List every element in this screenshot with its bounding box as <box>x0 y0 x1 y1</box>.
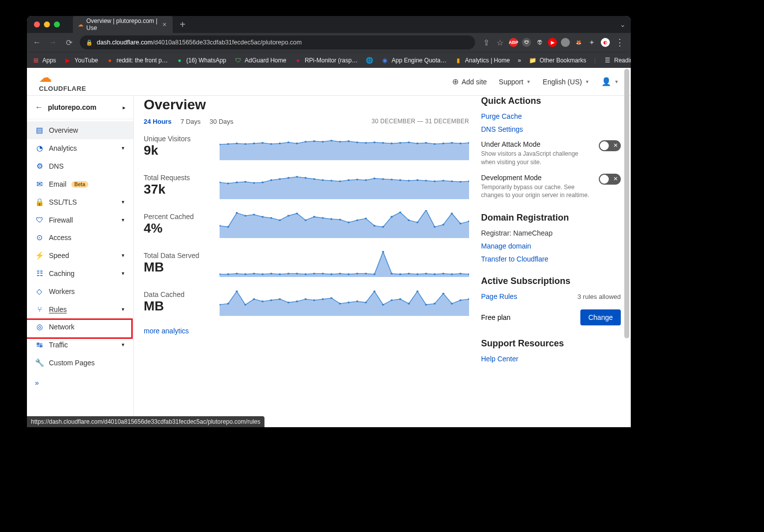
svg-point-24 <box>425 142 427 144</box>
svg-point-72 <box>322 217 324 219</box>
sidebar-item-dns[interactable]: ⚙DNS <box>27 157 133 175</box>
metric-label: Percent Cached <box>144 213 214 221</box>
under-attack-toggle-row: Under Attack Mode Show visitors a JavaSc… <box>481 140 621 167</box>
svg-point-131 <box>313 299 315 301</box>
svg-point-57 <box>451 180 453 182</box>
sidebar-item-email[interactable]: ✉EmailBeta <box>27 175 133 193</box>
sidebar-item-rules[interactable]: ⑂Rules▼ <box>27 300 133 318</box>
svg-point-69 <box>296 213 298 215</box>
sidebar-item-workers[interactable]: ◇Workers <box>27 282 133 300</box>
share-icon[interactable]: ⇪ <box>481 38 491 47</box>
sidebar-collapse-button[interactable]: » <box>27 374 133 392</box>
svg-point-100 <box>304 273 306 275</box>
svg-point-109 <box>382 251 384 253</box>
metamask-extension-icon[interactable]: 🦊 <box>574 38 583 47</box>
close-tab-icon[interactable]: ✕ <box>161 21 168 28</box>
svg-point-82 <box>408 219 410 221</box>
metric-value: 9k <box>144 143 214 158</box>
sidebar-item-ssl-tls[interactable]: 🔒SSL/TLS▼ <box>27 193 133 211</box>
sidebar-item-caching[interactable]: ☷Caching▼ <box>27 265 133 282</box>
sidebar-item-overview[interactable]: ▤Overview <box>27 121 133 139</box>
arrow-left-icon[interactable]: ← <box>35 103 43 112</box>
support-dropdown[interactable]: Support ▼ <box>499 78 531 86</box>
bookmark-apps[interactable]: ⊞Apps <box>32 56 56 64</box>
sidebar-item-traffic[interactable]: ↹Traffic▼ <box>27 336 133 354</box>
window-zoom-button[interactable] <box>54 21 60 27</box>
page-rules-link[interactable]: Page Rules <box>481 292 517 300</box>
extension-icon-1[interactable] <box>561 38 570 47</box>
quick-actions-section: Quick Actions Purge Cache DNS Settings U… <box>481 96 621 200</box>
change-plan-button[interactable]: Change <box>580 309 621 325</box>
svg-point-143 <box>416 290 418 292</box>
speed-icon: ⚡ <box>35 251 44 260</box>
tab-30-days[interactable]: 30 Days <box>210 118 234 125</box>
youtube-extension-icon[interactable]: ▶ <box>548 38 557 47</box>
profile-avatar-icon[interactable]: ◐ <box>601 38 610 47</box>
bookmarks-overflow[interactable]: » <box>518 57 521 64</box>
metric-chart <box>220 288 469 316</box>
bookmark-blank[interactable]: 🌐 <box>366 56 373 64</box>
svg-point-103 <box>330 273 332 275</box>
reload-button[interactable]: ⟳ <box>64 38 74 47</box>
svg-point-123 <box>245 304 247 306</box>
sidebar-item-firewall[interactable]: 🛡Firewall▼ <box>27 211 133 229</box>
bookmark-adguard[interactable]: 🛡AdGuard Home <box>234 56 286 64</box>
browser-tab[interactable]: ☁ Overview | plutorepo.com | Use ✕ <box>73 16 173 34</box>
bookmark-whatsapp[interactable]: ●(16) WhatsApp <box>176 56 226 64</box>
caret-down-icon: ▼ <box>121 253 125 258</box>
browser-menu-icon[interactable]: ⋮ <box>614 37 626 48</box>
bookmark-analytics[interactable]: ▮Analytics | Home <box>455 56 510 64</box>
svg-point-127 <box>279 298 281 300</box>
scrollbar[interactable] <box>624 69 630 425</box>
add-site-button[interactable]: ⊕ Add site <box>452 77 487 86</box>
tab-7-days[interactable]: 7 Days <box>181 118 201 125</box>
manage-domain-link[interactable]: Manage domain <box>481 242 621 250</box>
abp-extension-icon[interactable]: ABP <box>509 38 518 47</box>
under-attack-toggle[interactable]: ✕ <box>599 140 621 151</box>
workers-icon: ◇ <box>35 287 44 296</box>
svg-point-78 <box>373 225 375 227</box>
sidebar-item-access[interactable]: ⊙Access <box>27 229 133 247</box>
reading-list[interactable]: ☰Reading List <box>604 56 631 64</box>
sidebar-site-selector[interactable]: ← plutorepo.com ▸ <box>27 96 133 119</box>
sidebar-item-speed[interactable]: ⚡Speed▼ <box>27 247 133 265</box>
nav-label: SSL/TLS <box>49 198 77 206</box>
help-center-link[interactable]: Help Center <box>481 355 621 363</box>
svg-point-98 <box>287 273 289 275</box>
window-close-button[interactable] <box>34 21 40 27</box>
svg-point-147 <box>451 303 453 305</box>
bookmark-youtube[interactable]: ▶YouTube <box>64 56 98 64</box>
window-minimize-button[interactable] <box>44 21 50 27</box>
extensions-puzzle-icon[interactable]: ✦ <box>587 38 597 46</box>
metric-unique-visitors: Unique Visitors9k <box>144 132 469 160</box>
bookmark-appengine[interactable]: ◉App Engine Quota… <box>381 56 447 64</box>
dev-mode-toggle[interactable]: ✕ <box>599 174 621 185</box>
more-analytics-link[interactable]: more analytics <box>144 327 469 335</box>
shield-extension-icon[interactable]: 🛡 <box>522 38 531 47</box>
bookmark-reddit[interactable]: ●reddit: the front p… <box>106 56 168 64</box>
bookmark-rpi[interactable]: ●RPi-Monitor (rasp… <box>294 56 358 64</box>
sidebar-item-network[interactable]: ◎Network <box>27 318 133 336</box>
address-bar[interactable]: 🔒 dash.cloudflare.com/d4010a815656de33cd… <box>80 35 475 49</box>
reddit-extension-icon[interactable]: 👽 <box>535 38 544 47</box>
bookmark-star-icon[interactable]: ☆ <box>495 38 505 47</box>
sidebar-item-analytics[interactable]: ◔Analytics▼ <box>27 139 133 157</box>
other-bookmarks[interactable]: 📁Other Bookmarks <box>529 56 586 64</box>
language-dropdown[interactable]: English (US) ▼ <box>543 78 590 86</box>
back-button[interactable]: ← <box>32 38 42 47</box>
subscriptions-title: Active Subscriptions <box>481 276 621 286</box>
metric-value: MB <box>144 298 214 314</box>
new-tab-button[interactable]: + <box>177 19 189 30</box>
svg-point-74 <box>339 219 341 221</box>
sidebar-item-custom-pages[interactable]: 🔧Custom Pages <box>27 354 133 372</box>
caret-down-icon: ▼ <box>614 79 619 84</box>
account-dropdown[interactable]: 👤 ▼ <box>601 77 619 86</box>
svg-point-115 <box>434 273 436 275</box>
tabs-overflow-icon[interactable]: ⌄ <box>620 20 626 28</box>
transfer-cloudflare-link[interactable]: Transfer to Cloudflare <box>481 255 621 263</box>
dns-settings-link[interactable]: DNS Settings <box>481 125 621 133</box>
cloudflare-logo[interactable]: ☁ CLOUDFLARE <box>39 71 86 92</box>
tab-24-hours[interactable]: 24 Hours <box>144 118 172 125</box>
svg-point-3 <box>245 143 247 145</box>
purge-cache-link[interactable]: Purge Cache <box>481 112 621 120</box>
